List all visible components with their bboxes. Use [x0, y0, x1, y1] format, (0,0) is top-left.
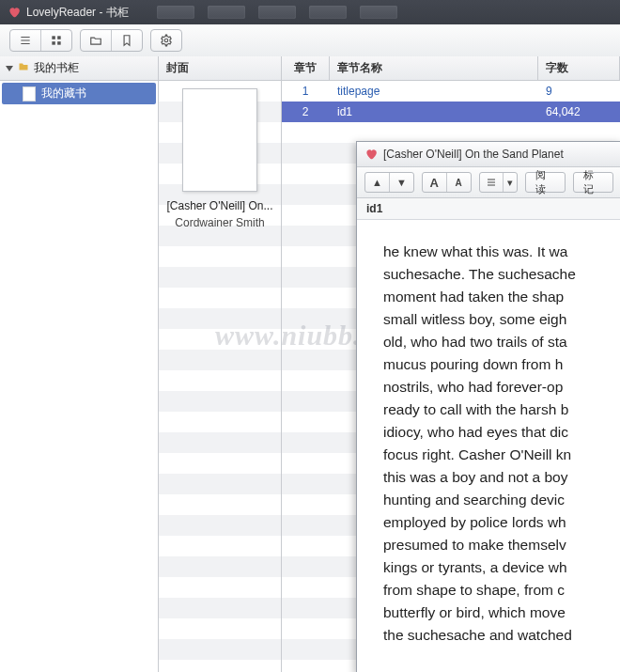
cell-num: 2 [282, 105, 330, 118]
cover-header: 封面 [159, 56, 281, 81]
col-word-count[interactable]: 字数 [538, 56, 620, 80]
tree-item-collection[interactable]: 我的藏书 [2, 83, 156, 104]
settings-group [150, 29, 182, 52]
mark-button[interactable]: 标记 [573, 172, 613, 193]
list-view-button[interactable] [10, 30, 41, 51]
toc-dropdown-button[interactable]: ▾ [504, 173, 516, 192]
reader-window[interactable]: [Casher O'Neill] On the Sand Planet ▲ ▼ … [356, 141, 620, 672]
read-mode-button[interactable]: 阅读 [525, 172, 566, 193]
titlebar[interactable]: LovelyReader - 书柜 [0, 0, 620, 24]
tab-thumb[interactable] [208, 6, 245, 19]
col-chapter-num[interactable]: 章节 [282, 56, 330, 80]
tab-thumb[interactable] [157, 6, 194, 19]
tab-thumb[interactable] [258, 6, 296, 19]
main-toolbar [0, 24, 620, 57]
svg-rect-4 [57, 36, 60, 39]
library-group [80, 29, 143, 52]
next-chapter-button[interactable]: ▼ [390, 173, 413, 192]
svg-rect-6 [57, 41, 60, 45]
reader-nav-group: ▲ ▼ [364, 172, 414, 193]
tab-thumb[interactable] [309, 6, 347, 19]
book-body: [Casher O'Neill] On... Cordwainer Smith [159, 81, 281, 672]
chapter-row[interactable]: 1 titlepage 9 [282, 81, 620, 102]
chevron-down-icon [6, 66, 13, 71]
cell-name: titlepage [330, 85, 538, 98]
reader-toolbar: ▲ ▼ A A ▾ 阅读 标记 [357, 167, 620, 198]
reader-title-text: [Casher O'Neill] On the Sand Planet [383, 148, 564, 161]
chapter-header-row: 章节 章节名称 字数 [282, 56, 620, 81]
app-heart-icon [364, 148, 378, 161]
reader-titlebar[interactable]: [Casher O'Neill] On the Sand Planet [357, 142, 620, 167]
document-icon [23, 86, 36, 102]
font-decrease-button[interactable]: A [447, 173, 471, 192]
sidebar: 我的书柜 我的藏书 [0, 56, 159, 672]
cell-num: 1 [282, 85, 330, 98]
book-author: Cordwainer Smith [175, 216, 264, 229]
svg-point-7 [164, 39, 168, 42]
font-increase-button[interactable]: A [423, 173, 447, 192]
view-mode-group [9, 29, 72, 52]
grid-view-button[interactable] [41, 30, 71, 51]
folder-icon [17, 61, 30, 75]
app-heart-icon [8, 6, 21, 19]
reader-text: he knew what this was. It wa suchesache.… [383, 241, 620, 647]
tree-root[interactable]: 我的书柜 [0, 56, 158, 81]
main-window: LovelyReader - 书柜 [0, 0, 620, 672]
window-title: LovelyReader - 书柜 [26, 5, 129, 21]
titlebar-tab-previews [157, 6, 397, 19]
chapter-row[interactable]: 2 id1 64,042 [282, 102, 620, 122]
svg-rect-5 [52, 41, 55, 45]
col-chapter-name[interactable]: 章节名称 [330, 56, 538, 80]
svg-rect-3 [52, 36, 55, 39]
reader-body[interactable]: he knew what this was. It wa suchesache.… [357, 220, 620, 672]
cell-words: 9 [538, 85, 620, 98]
toc-button[interactable] [480, 173, 504, 192]
tab-thumb[interactable] [360, 6, 397, 19]
bookmark-button[interactable] [112, 30, 142, 51]
settings-button[interactable] [151, 30, 181, 51]
cell-words: 64,042 [538, 105, 620, 118]
reader-toc-group: ▾ [479, 172, 518, 193]
open-folder-button[interactable] [81, 30, 112, 51]
book-title: [Casher O'Neill] On... [167, 199, 273, 212]
book-cover[interactable] [182, 88, 257, 192]
prev-chapter-button[interactable]: ▲ [365, 173, 390, 192]
tree-root-label: 我的书柜 [34, 60, 79, 76]
reader-font-group: A A [422, 172, 472, 193]
book-column: 封面 [Casher O'Neill] On... Cordwainer Smi… [159, 56, 282, 672]
reader-chapter-crumb: id1 [357, 198, 620, 220]
tree-item-label: 我的藏书 [41, 86, 86, 102]
cell-name: id1 [330, 105, 538, 118]
